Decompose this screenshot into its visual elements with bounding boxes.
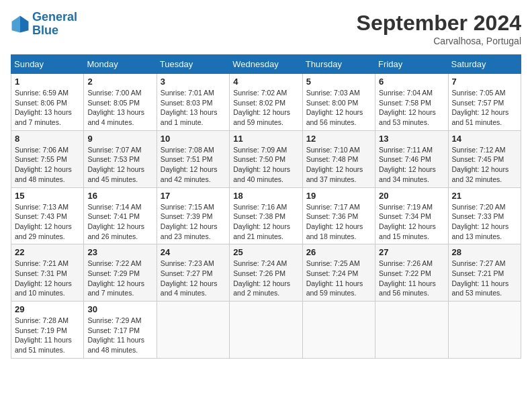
day-number: 21 [452,191,517,201]
calendar-header-row: SundayMondayTuesdayWednesdayThursdayFrid… [11,55,521,74]
day-info: Sunrise: 6:59 AM Sunset: 8:06 PM Dayligh… [15,88,80,128]
day-number: 28 [452,247,517,257]
day-number: 30 [87,304,152,314]
day-info: Sunrise: 7:13 AM Sunset: 7:43 PM Dayligh… [15,202,80,242]
day-info: Sunrise: 7:26 AM Sunset: 7:22 PM Dayligh… [379,259,444,298]
day-info: Sunrise: 7:05 AM Sunset: 7:57 PM Dayligh… [452,88,517,128]
day-number: 17 [161,191,226,201]
calendar-cell [448,302,521,359]
calendar-cell [157,302,229,359]
calendar-cell: 27Sunrise: 7:26 AM Sunset: 7:22 PM Dayli… [375,244,448,302]
calendar-cell: 8Sunrise: 7:06 AM Sunset: 7:55 PM Daylig… [11,130,84,187]
calendar-cell [375,302,448,359]
day-info: Sunrise: 7:25 AM Sunset: 7:24 PM Dayligh… [306,259,371,298]
calendar-cell: 7Sunrise: 7:05 AM Sunset: 7:57 PM Daylig… [448,74,521,131]
day-info: Sunrise: 7:22 AM Sunset: 7:29 PM Dayligh… [87,259,152,298]
calendar-cell: 19Sunrise: 7:17 AM Sunset: 7:36 PM Dayli… [302,187,375,244]
day-number: 9 [87,134,152,144]
day-info: Sunrise: 7:09 AM Sunset: 7:50 PM Dayligh… [233,145,298,185]
logo-icon [11,15,30,34]
logo: General Blue [11,11,77,38]
calendar-cell: 4Sunrise: 7:02 AM Sunset: 8:02 PM Daylig… [230,74,302,131]
day-info: Sunrise: 7:28 AM Sunset: 7:19 PM Dayligh… [15,316,80,355]
calendar-week-1: 1Sunrise: 6:59 AM Sunset: 8:06 PM Daylig… [11,74,521,131]
day-header-monday: Monday [84,55,157,74]
calendar-cell: 29Sunrise: 7:28 AM Sunset: 7:19 PM Dayli… [11,302,84,359]
calendar-week-2: 8Sunrise: 7:06 AM Sunset: 7:55 PM Daylig… [11,130,521,187]
day-number: 18 [233,191,298,201]
day-number: 24 [161,247,226,257]
day-info: Sunrise: 7:17 AM Sunset: 7:36 PM Dayligh… [306,202,371,242]
calendar-week-3: 15Sunrise: 7:13 AM Sunset: 7:43 PM Dayli… [11,187,521,244]
calendar-cell: 13Sunrise: 7:11 AM Sunset: 7:46 PM Dayli… [375,130,448,187]
calendar-cell [230,302,302,359]
day-info: Sunrise: 7:24 AM Sunset: 7:26 PM Dayligh… [233,259,298,298]
calendar-cell: 16Sunrise: 7:14 AM Sunset: 7:41 PM Dayli… [84,187,157,244]
logo-text: General Blue [32,11,77,38]
location: Carvalhosa, Portugal [357,36,521,46]
day-info: Sunrise: 7:08 AM Sunset: 7:51 PM Dayligh… [161,145,226,185]
day-header-sunday: Sunday [11,55,84,74]
day-number: 20 [379,191,444,201]
day-number: 2 [87,77,152,87]
calendar-cell: 2Sunrise: 7:00 AM Sunset: 8:05 PM Daylig… [84,74,157,131]
calendar-cell: 28Sunrise: 7:27 AM Sunset: 7:21 PM Dayli… [448,244,521,302]
day-info: Sunrise: 7:11 AM Sunset: 7:46 PM Dayligh… [379,145,444,185]
svg-marker-2 [12,15,20,32]
calendar-cell: 11Sunrise: 7:09 AM Sunset: 7:50 PM Dayli… [230,130,302,187]
day-header-tuesday: Tuesday [157,55,229,74]
day-number: 13 [379,134,444,144]
day-number: 12 [306,134,371,144]
day-info: Sunrise: 7:03 AM Sunset: 8:00 PM Dayligh… [306,88,371,128]
page-header: General Blue September 2024 Carvalhosa, … [11,11,521,46]
calendar-cell: 20Sunrise: 7:19 AM Sunset: 7:34 PM Dayli… [375,187,448,244]
day-number: 7 [452,77,517,87]
day-number: 1 [15,77,80,87]
calendar-cell: 9Sunrise: 7:07 AM Sunset: 7:53 PM Daylig… [84,130,157,187]
calendar-cell: 6Sunrise: 7:04 AM Sunset: 7:58 PM Daylig… [375,74,448,131]
day-number: 23 [87,247,152,257]
day-info: Sunrise: 7:07 AM Sunset: 7:53 PM Dayligh… [87,145,152,185]
day-number: 6 [379,77,444,87]
day-number: 15 [15,191,80,201]
calendar-cell: 30Sunrise: 7:29 AM Sunset: 7:17 PM Dayli… [84,302,157,359]
day-header-saturday: Saturday [448,55,521,74]
calendar-cell: 21Sunrise: 7:20 AM Sunset: 7:33 PM Dayli… [448,187,521,244]
day-number: 16 [87,191,152,201]
day-info: Sunrise: 7:14 AM Sunset: 7:41 PM Dayligh… [87,202,152,242]
day-info: Sunrise: 7:01 AM Sunset: 8:03 PM Dayligh… [161,88,226,128]
day-number: 25 [233,247,298,257]
month-title: September 2024 [357,11,521,36]
day-number: 14 [452,134,517,144]
title-block: September 2024 Carvalhosa, Portugal [357,11,521,46]
calendar-cell: 14Sunrise: 7:12 AM Sunset: 7:45 PM Dayli… [448,130,521,187]
calendar-cell: 5Sunrise: 7:03 AM Sunset: 8:00 PM Daylig… [302,74,375,131]
day-number: 3 [161,77,226,87]
calendar-cell: 25Sunrise: 7:24 AM Sunset: 7:26 PM Dayli… [230,244,302,302]
calendar-cell: 17Sunrise: 7:15 AM Sunset: 7:39 PM Dayli… [157,187,229,244]
calendar-cell: 3Sunrise: 7:01 AM Sunset: 8:03 PM Daylig… [157,74,229,131]
calendar-cell: 15Sunrise: 7:13 AM Sunset: 7:43 PM Dayli… [11,187,84,244]
svg-marker-1 [20,15,28,32]
day-info: Sunrise: 7:27 AM Sunset: 7:21 PM Dayligh… [452,259,517,298]
day-number: 29 [15,304,80,314]
calendar-week-4: 22Sunrise: 7:21 AM Sunset: 7:31 PM Dayli… [11,244,521,302]
day-info: Sunrise: 7:06 AM Sunset: 7:55 PM Dayligh… [15,145,80,185]
day-number: 11 [233,134,298,144]
day-number: 8 [15,134,80,144]
day-info: Sunrise: 7:19 AM Sunset: 7:34 PM Dayligh… [379,202,444,242]
day-info: Sunrise: 7:10 AM Sunset: 7:48 PM Dayligh… [306,145,371,185]
day-header-friday: Friday [375,55,448,74]
day-number: 26 [306,247,371,257]
day-info: Sunrise: 7:16 AM Sunset: 7:38 PM Dayligh… [233,202,298,242]
day-info: Sunrise: 7:00 AM Sunset: 8:05 PM Dayligh… [87,88,152,128]
day-info: Sunrise: 7:12 AM Sunset: 7:45 PM Dayligh… [452,145,517,185]
calendar-cell: 22Sunrise: 7:21 AM Sunset: 7:31 PM Dayli… [11,244,84,302]
day-header-wednesday: Wednesday [230,55,302,74]
day-info: Sunrise: 7:23 AM Sunset: 7:27 PM Dayligh… [161,259,226,298]
day-info: Sunrise: 7:29 AM Sunset: 7:17 PM Dayligh… [87,316,152,355]
day-number: 4 [233,77,298,87]
calendar-cell: 26Sunrise: 7:25 AM Sunset: 7:24 PM Dayli… [302,244,375,302]
day-number: 27 [379,247,444,257]
calendar-body: 1Sunrise: 6:59 AM Sunset: 8:06 PM Daylig… [11,74,521,359]
